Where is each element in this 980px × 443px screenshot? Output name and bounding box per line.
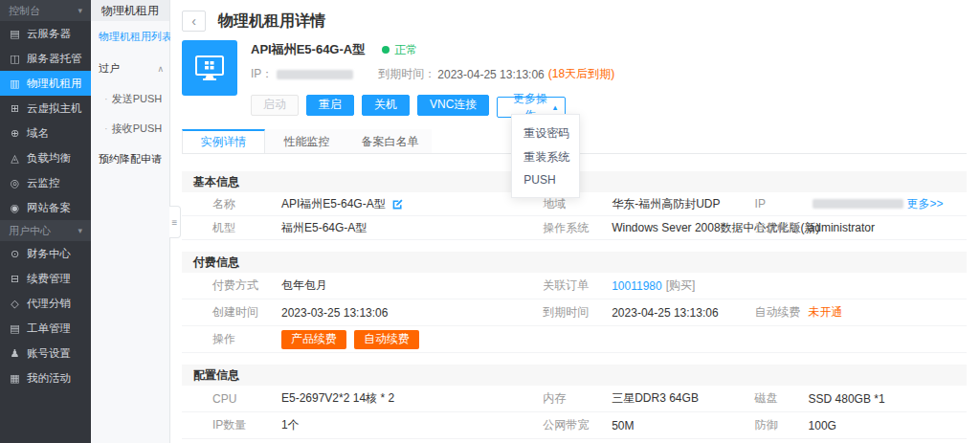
bullet-icon: · xyxy=(104,93,108,104)
menu-item-reinstall-system[interactable]: 重装系统 xyxy=(512,145,579,169)
auto-renew-button[interactable]: 自动续费 xyxy=(354,330,419,349)
sidebar-item-agent-distribution[interactable]: ◇ 代理分销 xyxy=(0,291,91,316)
renewal-icon: ⊟ xyxy=(9,273,21,285)
nav-receive-push[interactable]: ·接收PUSH xyxy=(91,114,169,144)
field-label: IP数量 xyxy=(212,417,281,433)
field-label: CPU xyxy=(212,392,281,406)
nav-downgrade-apply[interactable]: 预约降配申请 xyxy=(91,144,169,175)
page-header: ‹ 物理机租用详情 xyxy=(182,8,967,34)
secondary-sidebar-title: 物理机租用 xyxy=(91,0,169,21)
tab-filing-whitelist[interactable]: 备案白名单 xyxy=(348,129,432,153)
instance-name: API福州E5-64G-A型 xyxy=(251,41,365,58)
sidebar-item-ticket-management[interactable]: ▤ 工单管理 xyxy=(0,316,91,341)
edit-icon[interactable] xyxy=(391,198,404,210)
console-switcher[interactable]: 控制台 ▾ xyxy=(0,0,91,21)
field-label: 机型 xyxy=(212,220,281,236)
menu-item-reset-password[interactable]: 重设密码 xyxy=(512,122,579,145)
sidebar-item-cloud-server[interactable]: ▤ 云服务器 xyxy=(0,21,91,46)
sidebar-item-label: 财务中心 xyxy=(27,247,71,261)
table-row: 操作 升级配置 预约降配 xyxy=(182,439,967,443)
sidebar-item-label: 代理分销 xyxy=(27,297,71,311)
instance-name-value: API福州E5-64G-A型 xyxy=(281,196,386,212)
instance-info: API福州E5-64G-A型 正常 IP： 到期时间： 2023-04-25 1… xyxy=(251,40,614,118)
field-label: 关联订单 xyxy=(543,277,612,294)
sidebar-item-server-hosting[interactable]: ◫ 服务器托管 xyxy=(0,46,91,71)
account-icon: ♟ xyxy=(9,347,21,360)
sidebar-item-label: 云虚拟主机 xyxy=(27,101,82,116)
redacted-ip xyxy=(277,70,353,79)
sidebar-item-finance-center[interactable]: ⊙ 财务中心 xyxy=(0,241,91,266)
table-row: 机型 福州E5-64G-A型 操作系统 Windows Sever 2008数据… xyxy=(182,216,967,240)
sidebar-item-label: 云服务器 xyxy=(27,27,71,41)
redacted-ip xyxy=(813,199,903,209)
nav-transfer-group[interactable]: 过户 ∧ xyxy=(91,53,169,84)
section-billing-info: 付费信息 付费方式 包年包月 关联订单 10011980 [购买] 创建时间 2… xyxy=(182,252,967,353)
sidebar-item-label: 负载均衡 xyxy=(27,151,71,166)
user-center-switcher[interactable]: 用户中心 ▾ xyxy=(0,220,91,241)
back-button[interactable]: ‹ xyxy=(182,11,206,32)
field-label: 内存 xyxy=(543,390,612,407)
section-config-info: 配置信息 CPU E5-2697V2*2 14核 * 2 内存 三星DDR3 6… xyxy=(182,365,967,443)
page-title: 物理机租用详情 xyxy=(218,11,325,32)
status-badge: 正常 xyxy=(382,42,417,58)
instance-actions: 启动 重启 关机 VNC连接 更多操作 ▴ 重设密码 重装系统 PUSH xyxy=(251,92,614,118)
sidebar-item-virtual-host[interactable]: ⊞ 云虚拟主机 xyxy=(0,96,91,121)
field-label: 付费方式 xyxy=(212,277,281,294)
nav-send-push[interactable]: ·发送PUSH xyxy=(91,84,169,114)
sidebar-item-load-balancer[interactable]: ◬ 负载均衡 xyxy=(0,145,91,170)
table-row: 付费方式 包年包月 关联订单 10011980 [购买] xyxy=(182,273,967,299)
sidebar-item-website-filing[interactable]: ◉ 网站备案 xyxy=(0,195,91,220)
sidebar-collapse-handle[interactable]: ≡ xyxy=(169,206,181,238)
chevron-down-icon: ▾ xyxy=(78,6,82,15)
primary-sidebar: 控制台 ▾ ▤ 云服务器 ◫ 服务器托管 ▥ 物理机租用 ⊞ 云虚拟主机 ⊕ 域… xyxy=(0,0,91,443)
account-value: administrator xyxy=(809,221,875,234)
field-label: 防御 xyxy=(755,417,809,433)
agent-icon: ◇ xyxy=(9,298,21,310)
model-value: 福州E5-64G-A型 xyxy=(281,220,367,236)
product-renew-button[interactable]: 产品续费 xyxy=(281,330,346,349)
table-row: CPU E5-2697V2*2 14核 * 2 内存 三星DDR3 64GB 磁… xyxy=(182,386,967,412)
tab-instance-detail[interactable]: 实例详情 xyxy=(182,129,265,153)
sidebar-item-cloud-monitor[interactable]: ◎ 云监控 xyxy=(0,170,91,195)
field-label: 操作 xyxy=(212,331,281,347)
transfer-label: 过户 xyxy=(99,61,120,76)
sidebar-item-label: 网站备案 xyxy=(27,201,71,215)
sidebar-item-label: 续费管理 xyxy=(27,272,71,286)
chevron-down-icon: ▾ xyxy=(78,226,82,235)
server-hosting-icon: ◫ xyxy=(9,53,21,65)
physical-machine-icon: ▥ xyxy=(9,78,21,90)
sidebar-item-label: 账号设置 xyxy=(27,346,71,361)
sidebar-item-account-settings[interactable]: ♟ 账号设置 xyxy=(0,341,91,365)
instance-header: API福州E5-64G-A型 正常 IP： 到期时间： 2023-04-25 1… xyxy=(182,40,967,118)
shutdown-button[interactable]: 关机 xyxy=(362,95,410,116)
sidebar-item-renewal-management[interactable]: ⊟ 续费管理 xyxy=(0,266,91,291)
pay-method-value: 包年包月 xyxy=(281,277,327,294)
section-title: 配置信息 xyxy=(182,365,967,386)
sidebar-item-label: 物理机租用 xyxy=(27,77,82,91)
menu-item-push[interactable]: PUSH xyxy=(512,169,579,190)
secondary-sidebar: 物理机租用 物理机租用列表 过户 ∧ ·发送PUSH ·接收PUSH 预约降配申… xyxy=(91,0,170,443)
field-label: IP xyxy=(755,197,809,210)
sidebar-item-physical-machine[interactable]: ▥ 物理机租用 xyxy=(0,71,91,96)
ip-label: IP： xyxy=(251,66,273,82)
disk-value: SSD 480GB *1 xyxy=(809,392,885,406)
field-label: 创建时间 xyxy=(212,304,281,321)
sidebar-item-domain[interactable]: ⊕ 域名 xyxy=(0,121,91,145)
bandwidth-value: 50M xyxy=(612,419,634,432)
domain-icon: ⊕ xyxy=(9,127,21,140)
order-link[interactable]: 10011980 xyxy=(612,279,662,293)
chevron-up-icon: ▴ xyxy=(553,102,558,112)
more-actions-menu: 重设密码 重装系统 PUSH xyxy=(511,114,580,198)
expire-time-value: 2023-04-25 13:13:06 xyxy=(612,306,718,320)
vnc-connect-button[interactable]: VNC连接 xyxy=(417,95,489,116)
sidebar-item-my-activities[interactable]: ▦ 我的活动 xyxy=(0,365,91,390)
website-filing-icon: ◉ xyxy=(9,202,21,214)
ip-more-link[interactable]: 更多>> xyxy=(907,196,944,212)
tab-performance-monitor[interactable]: 性能监控 xyxy=(265,129,348,153)
start-button[interactable]: 启动 xyxy=(251,95,299,116)
expire-label: 到期时间： xyxy=(378,66,435,82)
nav-physical-machine-list[interactable]: 物理机租用列表 xyxy=(91,21,169,53)
cpu-value: E5-2697V2*2 14核 * 2 xyxy=(281,390,394,407)
restart-button[interactable]: 重启 xyxy=(306,95,354,116)
expire-value: 2023-04-25 13:13:06 xyxy=(437,68,544,81)
